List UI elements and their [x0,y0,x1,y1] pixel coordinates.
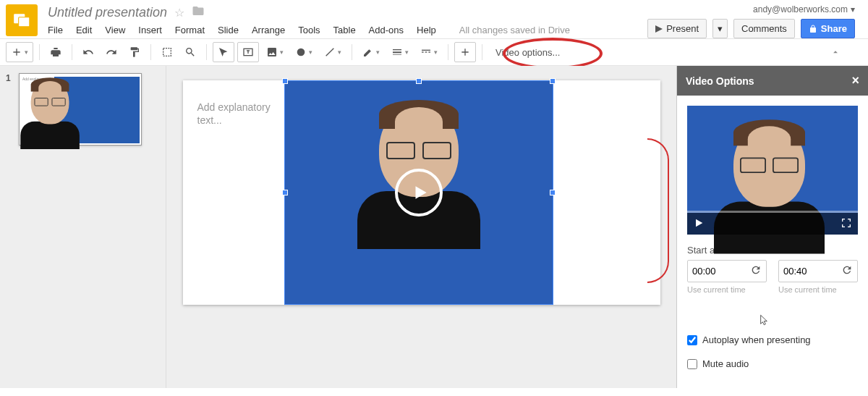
svg-rect-13 [428,51,430,52]
chevron-down-icon: ▾ [851,4,855,14]
svg-rect-12 [425,51,427,52]
menu-insert[interactable]: Insert [138,25,162,35]
line-color-button[interactable] [358,43,384,62]
autoplay-label: Autoplay when presenting [702,334,811,345]
svg-rect-7 [393,49,401,50]
fullscreen-button[interactable] [841,217,852,231]
line-weight-button[interactable] [387,43,413,62]
comments-button[interactable]: Comments [733,19,795,38]
image-button[interactable] [262,43,288,62]
select-tool-button[interactable] [213,42,234,62]
text-placeholder[interactable]: Add explanatory text... [197,101,284,127]
svg-rect-1 [19,17,30,27]
folder-icon[interactable] [192,4,205,20]
paint-format-button[interactable] [124,43,145,62]
resize-handle[interactable] [550,190,556,195]
zoom-fit-button[interactable] [157,43,177,62]
video-options-sidebar: Video Options × Start at: [676,66,868,388]
svg-marker-15 [696,219,702,227]
print-button[interactable] [46,43,66,62]
menu-arrange[interactable]: Arrange [252,25,285,35]
svg-rect-3 [163,49,171,56]
menu-help[interactable]: Help [417,25,436,35]
svg-rect-10 [422,50,430,51]
play-icon[interactable] [395,169,443,216]
doc-title[interactable]: Untitled presentation [48,5,167,20]
mute-label: Mute audio [702,358,749,369]
redo-button[interactable] [101,43,122,62]
end-hint[interactable]: Use current time [778,285,858,294]
end-at-input-wrap [778,260,858,282]
slide-canvas-area: Add explanatory text... [166,66,676,388]
textbox-button[interactable] [237,42,259,62]
resize-handle[interactable] [416,78,422,84]
insert-comment-button[interactable] [454,42,476,62]
svg-rect-9 [393,54,401,55]
toolbar: Video options... [0,38,868,66]
new-slide-button[interactable] [6,42,33,62]
share-button[interactable]: Share [801,19,855,38]
resize-handle[interactable] [282,78,288,84]
svg-point-5 [297,49,305,56]
menu-tools[interactable]: Tools [298,25,320,35]
zoom-button[interactable] [180,43,200,62]
menu-addons[interactable]: Add-ons [369,25,404,35]
star-icon[interactable]: ☆ [174,6,184,20]
video-preview[interactable] [687,106,858,235]
undo-button[interactable] [78,43,98,62]
app-header: Untitled presentation ☆ File Edit View I… [0,0,868,38]
end-at-input[interactable] [783,266,827,277]
save-status: All changes saved in Drive [459,25,570,35]
resize-handle[interactable] [282,190,288,195]
svg-marker-2 [655,25,663,33]
user-account[interactable]: andy@wolberworks.com ▾ [753,4,855,14]
present-button[interactable]: Present [647,19,707,38]
line-dash-button[interactable] [416,43,442,62]
video-object[interactable] [284,80,553,305]
filmstrip: 1 Add explanatory text... [0,66,166,388]
menu-edit[interactable]: Edit [76,25,92,35]
present-dropdown-button[interactable]: ▾ [712,19,728,38]
slides-logo [6,4,38,36]
reset-start-icon[interactable] [750,264,762,278]
slide[interactable]: Add explanatory text... [183,80,660,305]
mute-checkbox[interactable] [687,359,697,369]
autoplay-checkbox[interactable] [687,335,697,345]
share-label: Share [821,23,847,34]
menu-slide[interactable]: Slide [218,25,239,35]
svg-line-6 [326,49,334,56]
slide-thumbnail[interactable]: Add explanatory text... [19,73,142,146]
svg-rect-11 [422,51,424,52]
sidebar-title: Video Options [686,75,754,87]
present-label: Present [666,23,699,34]
svg-rect-8 [393,51,401,53]
menu-table[interactable]: Table [333,25,356,35]
collapse-toolbar-button[interactable] [823,44,862,60]
menubar: File Edit View Insert Format Slide Arran… [48,25,647,35]
menu-view[interactable]: View [105,25,125,35]
menu-format[interactable]: Format [175,25,205,35]
menu-file[interactable]: File [48,25,63,35]
resize-handle[interactable] [550,78,556,84]
close-icon[interactable]: × [851,73,859,88]
thumb-video-preview [54,77,140,143]
workspace: 1 Add explanatory text... Add explanator… [0,66,868,388]
user-email-text: andy@wolberworks.com [753,4,848,14]
video-options-menu[interactable]: Video options... [488,46,567,59]
start-at-input[interactable] [692,266,736,277]
start-at-input-wrap [687,260,767,282]
reset-end-icon[interactable] [841,264,853,278]
line-button[interactable] [320,43,346,62]
start-hint[interactable]: Use current time [687,285,767,294]
slide-number: 1 [6,73,14,146]
svg-marker-14 [415,186,426,198]
shape-button[interactable] [291,43,317,62]
preview-play-button[interactable] [693,217,705,231]
